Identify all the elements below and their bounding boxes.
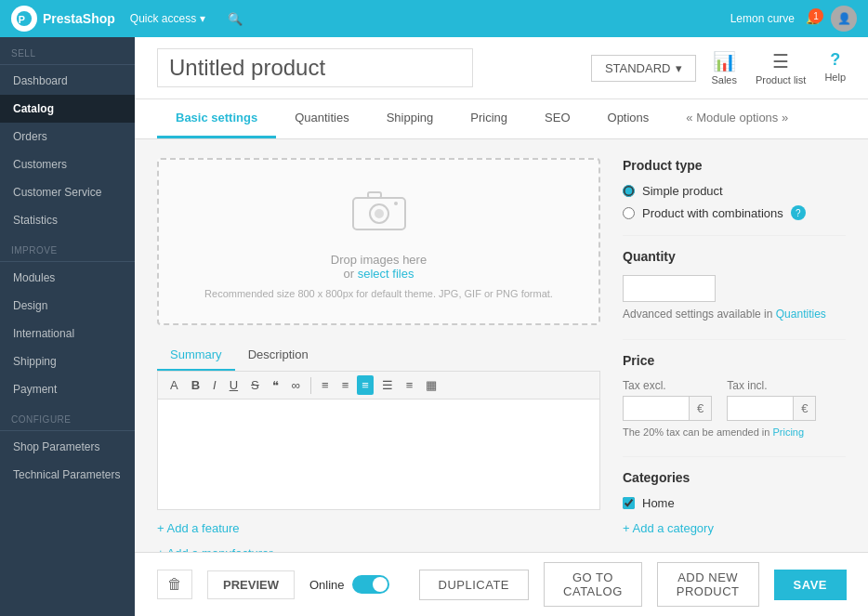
header-icons: 📊 Sales ☰ Product list ? Help [711,50,846,85]
editor-toolbar: A B I U S ❝ ∞ ≡ ≡ ≡ ☰ ≡ ▦ [157,371,600,399]
drop-text: Drop images here or select files [331,253,427,281]
toolbar-font-btn[interactable]: A [165,375,183,395]
summary-tabs: Summary Description [157,340,600,371]
tab-description[interactable]: Description [235,340,322,371]
notifications-button[interactable]: 🔔 1 [806,12,820,25]
tab-options[interactable]: Options [589,99,668,138]
pricing-link[interactable]: Pricing [772,426,804,438]
sidebar-item-modules[interactable]: Modules [0,264,135,292]
add-feature-link[interactable]: + Add a feature [157,521,600,535]
content-area: Drop images here or select files Recomme… [135,139,868,604]
sidebar-item-design[interactable]: Design [0,292,135,320]
tax-incl-input-wrap: € [727,396,816,421]
sidebar-item-dashboard[interactable]: Dashboard [0,67,135,95]
tab-module-options[interactable]: « Module options » [667,99,807,138]
toolbar-align-right-btn[interactable]: ≡ [357,375,374,395]
tab-basic-settings[interactable]: Basic settings [157,99,276,138]
tax-incl-input[interactable] [728,397,793,420]
price-title: Price [623,353,846,368]
help-icon: ? [830,50,840,70]
add-new-product-button[interactable]: ADD NEW PRODUCT [657,562,759,607]
toolbar-align-center-btn[interactable]: ≡ [337,375,354,395]
notification-count: 1 [809,8,823,23]
duplicate-button[interactable]: DUPLICATE [419,570,530,600]
toolbar-align-left-btn[interactable]: ≡ [317,375,334,395]
sidebar-item-international[interactable]: International [0,320,135,347]
quantity-input[interactable] [623,275,716,302]
sidebar-item-catalog[interactable]: Catalog [0,95,135,123]
image-hint: Recommended size 800 x 800px for default… [204,288,553,299]
nav-right: Lemon curve 🔔 1 👤 [730,6,857,32]
logo[interactable]: P PrestaShop [11,6,115,32]
tax-excl-input[interactable] [624,397,689,420]
toolbar-separator [310,377,311,394]
tab-pricing[interactable]: Pricing [452,99,526,138]
radio-combinations-product[interactable]: Product with combinations ? [623,205,846,220]
category-home: Home [623,496,846,510]
improve-section-label: IMPROVE [0,234,135,259]
svg-rect-5 [368,192,381,198]
category-home-checkbox[interactable] [623,497,635,509]
online-label: Online [309,578,345,592]
tab-quantities[interactable]: Quantities [276,99,368,138]
toolbar-table-btn[interactable]: ▦ [421,375,441,395]
quick-access-menu[interactable]: Quick access ▾ [123,8,213,29]
bottom-bar: 🗑 PREVIEW Online DUPLICATE GO TO CATALOG… [135,552,868,616]
help-button[interactable]: ? Help [824,50,846,85]
user-avatar[interactable]: 👤 [831,6,857,32]
toolbar-list-ol-btn[interactable]: ≡ [401,375,418,395]
toolbar-bold-btn[interactable]: B [187,375,204,395]
toolbar-link-btn[interactable]: ∞ [287,375,305,395]
bar-chart-icon: 📊 [713,50,736,72]
logo-text: PrestaShop [43,11,115,26]
tab-seo[interactable]: SEO [526,99,588,138]
save-button[interactable]: SAVE [774,570,847,600]
main-content: STANDARD ▾ 📊 Sales ☰ Product list ? Help [135,37,868,616]
tax-excl-label: Tax excl. [623,379,712,392]
toolbar-underline-btn[interactable]: U [225,375,243,395]
price-note: The 20% tax can be amended in Pricing [623,426,846,438]
categories-section: Categories Home + Add a category [623,470,846,535]
toolbar-italic-btn[interactable]: I [208,375,221,395]
sidebar-item-customer-service[interactable]: Customer Service [0,178,135,206]
preview-button[interactable]: PREVIEW [207,570,295,599]
svg-text:P: P [19,14,25,25]
tab-shipping[interactable]: Shipping [368,99,453,138]
product-list-button[interactable]: ☰ Product list [756,50,806,85]
editor-content[interactable] [157,399,600,510]
select-files-link[interactable]: select files [358,267,414,281]
quantity-title: Quantity [623,249,846,264]
quantities-link[interactable]: Quantities [776,308,826,321]
go-to-catalog-button[interactable]: GO TO CATALOG [544,562,642,607]
sidebar-item-shipping[interactable]: Shipping [0,347,135,375]
sidebar-item-shop-parameters[interactable]: Shop Parameters [0,433,135,461]
radio-simple-product[interactable]: Simple product [623,184,846,198]
toolbar-strikethrough-btn[interactable]: S [246,375,264,395]
sidebar-item-statistics[interactable]: Statistics [0,206,135,234]
product-title-input[interactable] [157,48,473,87]
sales-icon-button[interactable]: 📊 Sales [711,50,737,85]
tab-summary[interactable]: Summary [157,340,235,371]
chevron-down-icon: ▾ [200,12,205,25]
standard-dropdown[interactable]: STANDARD ▾ [591,55,697,82]
tax-excl-input-wrap: € [623,396,712,421]
online-toggle[interactable] [352,575,389,594]
image-dropzone[interactable]: Drop images here or select files Recomme… [157,158,600,325]
search-icon[interactable]: 🔍 [220,8,250,30]
configure-section-label: CONFIGURE [0,403,135,428]
sidebar-item-payment[interactable]: Payment [0,375,135,403]
toolbar-list-ul-btn[interactable]: ☰ [377,375,398,395]
online-toggle-group: Online [309,575,389,594]
sidebar-item-technical-parameters[interactable]: Technical Parameters [0,461,135,489]
add-category-link[interactable]: + Add a category [623,521,846,535]
combinations-help-icon[interactable]: ? [791,205,806,220]
sidebar-item-orders[interactable]: Orders [0,123,135,151]
sidebar: SELL Dashboard Catalog Orders Customers … [0,37,135,616]
tabs-bar: Basic settings Quantities Shipping Prici… [135,99,868,139]
currency-incl: € [793,397,815,420]
delete-button[interactable]: 🗑 [157,570,192,599]
product-type-title: Product type [623,158,846,173]
toolbar-quote-btn[interactable]: ❝ [268,375,283,395]
sidebar-item-customers[interactable]: Customers [0,151,135,178]
header-right: STANDARD ▾ 📊 Sales ☰ Product list ? Help [591,50,846,85]
